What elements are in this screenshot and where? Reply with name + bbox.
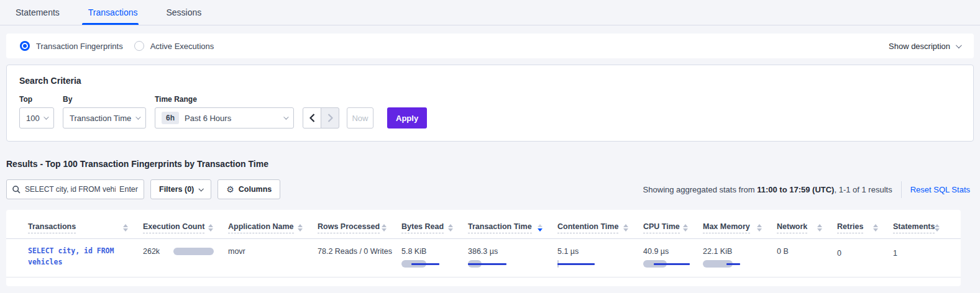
- columns-button[interactable]: ⚙ Columns: [218, 179, 280, 199]
- table-header-row: Transactions Execution Count Application…: [6, 217, 961, 239]
- radio-transaction-fingerprints[interactable]: Transaction Fingerprints: [20, 41, 123, 51]
- tab-sessions[interactable]: Sessions: [166, 0, 201, 25]
- aggregated-stats-text: Showing aggregated stats from 11:00 to 1…: [643, 185, 892, 194]
- transaction-fingerprint-link[interactable]: SELECT city, id FROM vehicles: [28, 246, 122, 268]
- transaction-time-cell: 386.3 µs: [468, 247, 557, 268]
- top-field: Top 100: [19, 95, 54, 128]
- search-enter-button[interactable]: Enter: [119, 185, 138, 194]
- top-label: Top: [19, 95, 54, 104]
- retries-cell: 0: [837, 247, 893, 258]
- radio-selected-icon: [20, 41, 30, 51]
- transaction-time-bar: [468, 260, 557, 268]
- by-value: Transaction Time: [70, 114, 131, 123]
- view-toggle-card: Transaction Fingerprints Active Executio…: [6, 34, 974, 58]
- bytes-read-bar: [401, 260, 468, 268]
- search-icon: [12, 186, 21, 194]
- column-header-bytes-read: Bytes Read: [401, 217, 468, 238]
- transactions-table: Transactions Execution Count Application…: [6, 210, 961, 286]
- column-header-application-name: Application Name: [228, 217, 318, 238]
- sort-icon[interactable]: [298, 224, 303, 232]
- chevron-down-icon: [283, 114, 288, 119]
- page-tabs: Statements Transactions Sessions: [0, 0, 980, 25]
- sort-icon[interactable]: [623, 224, 628, 232]
- radio-label: Active Executions: [150, 42, 214, 51]
- search-criteria-form: Top 100 By Transaction Time Time Range 6…: [19, 95, 961, 128]
- by-select[interactable]: Transaction Time: [63, 107, 146, 128]
- statements-cell: 1: [893, 247, 955, 258]
- sort-icon[interactable]: [538, 224, 543, 232]
- rows-processed-cell: 78.2 Reads / 0 Writes: [318, 247, 401, 256]
- now-button[interactable]: Now: [347, 107, 373, 128]
- sort-icon[interactable]: [123, 224, 128, 232]
- sort-icon[interactable]: [935, 224, 940, 232]
- show-description-toggle[interactable]: Show description: [889, 42, 960, 51]
- chevron-down-icon: [135, 114, 140, 119]
- search-criteria-card: Search Criteria Top 100 By Transaction T…: [6, 65, 974, 142]
- chevron-down-icon: [956, 42, 962, 48]
- vertical-divider: [901, 181, 902, 198]
- by-label: By: [63, 95, 146, 104]
- top-value: 100: [26, 114, 40, 123]
- column-header-transaction-time: Transaction Time: [468, 217, 557, 238]
- cpu-time-bar: [643, 260, 703, 268]
- time-range-arrows: [303, 107, 339, 128]
- cpu-time-cell: 40.9 µs: [643, 247, 703, 268]
- application-name-cell: movr: [228, 247, 318, 256]
- execution-count-cell: 262k: [143, 247, 228, 256]
- column-header-rows-processed: Rows Processed: [318, 217, 401, 238]
- column-header-network: Network: [777, 217, 837, 238]
- filters-button[interactable]: Filters (0): [150, 179, 211, 199]
- sort-icon[interactable]: [382, 224, 387, 232]
- column-header-contention-time: Contention Time: [557, 217, 643, 238]
- column-header-execution-count: Execution Count: [143, 217, 228, 238]
- max-memory-cell: 22.1 KiB: [703, 247, 777, 268]
- top-select[interactable]: 100: [19, 107, 54, 128]
- sort-icon[interactable]: [757, 224, 762, 232]
- columns-label: Columns: [239, 185, 272, 194]
- reset-sql-stats-link[interactable]: Reset SQL Stats: [910, 185, 970, 194]
- previous-time-range-button[interactable]: [303, 107, 321, 128]
- filters-label: Filters (0): [159, 185, 194, 194]
- sort-icon[interactable]: [683, 224, 688, 232]
- search-criteria-title: Search Criteria: [19, 76, 961, 86]
- chevron-left-icon: [309, 114, 315, 122]
- radio-unselected-icon: [134, 41, 144, 51]
- radio-active-executions[interactable]: Active Executions: [134, 41, 214, 51]
- next-time-range-button[interactable]: [321, 107, 339, 128]
- time-range-select[interactable]: 6h Past 6 Hours: [155, 107, 294, 128]
- max-memory-bar: [703, 260, 777, 268]
- chevron-down-icon: [199, 186, 204, 191]
- gear-icon: ⚙: [226, 184, 234, 194]
- apply-button[interactable]: Apply: [387, 107, 427, 128]
- time-range-badge: 6h: [162, 112, 179, 124]
- sort-icon[interactable]: [208, 224, 213, 232]
- network-cell: 0 B: [777, 247, 837, 256]
- show-description-label: Show description: [889, 42, 950, 51]
- sort-icon[interactable]: [873, 224, 878, 232]
- search-box[interactable]: SELECT city, id FROM vehicles W Enter: [6, 179, 144, 199]
- contention-time-cell: 5.1 µs: [557, 247, 643, 268]
- sort-icon[interactable]: [448, 224, 453, 232]
- sort-icon[interactable]: [817, 224, 822, 232]
- chevron-right-icon: [327, 114, 333, 122]
- bytes-read-cell: 5.8 KiB: [401, 247, 468, 268]
- contention-time-bar: [557, 260, 643, 268]
- tab-statements[interactable]: Statements: [16, 0, 60, 25]
- column-header-cpu-time: CPU Time: [643, 217, 703, 238]
- search-input[interactable]: SELECT city, id FROM vehicles W: [25, 185, 116, 194]
- time-range-label: Time Range: [155, 95, 294, 104]
- stats-area: Showing aggregated stats from 11:00 to 1…: [643, 181, 970, 198]
- chevron-down-icon: [44, 114, 48, 119]
- table-row: SELECT city, id FROM vehicles 262k movr …: [6, 239, 961, 277]
- results-controls-row: SELECT city, id FROM vehicles W Enter Fi…: [6, 179, 970, 199]
- column-header-max-memory: Max Memory: [703, 217, 777, 238]
- results-heading: Results - Top 100 Transaction Fingerprin…: [6, 159, 980, 169]
- execution-count-bar: [173, 248, 214, 255]
- column-header-statements: Statements: [893, 217, 955, 238]
- column-header-retries: Retries: [837, 217, 893, 238]
- by-field: By Transaction Time: [54, 95, 146, 128]
- time-range-value: Past 6 Hours: [185, 114, 231, 123]
- time-range-field: Time Range 6h Past 6 Hours: [146, 95, 294, 128]
- tab-transactions[interactable]: Transactions: [88, 0, 138, 25]
- radio-label: Transaction Fingerprints: [36, 42, 123, 51]
